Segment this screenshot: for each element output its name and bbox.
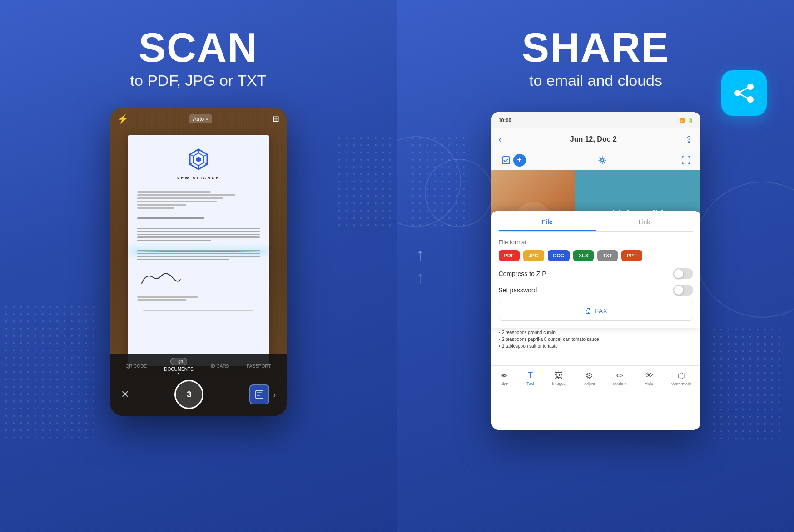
mode-selector: QR CODE High DOCUMENTS ID CARD PASSPORT bbox=[110, 354, 287, 376]
tablet-mockup: 10:00 📶 🔋 ‹ Jun 12, Doc 2 ⇪ + bbox=[491, 112, 700, 430]
camera-toolbar: ⚡ Auto ≡ ⊞ bbox=[110, 108, 287, 130]
status-icons: 📶 🔋 bbox=[680, 118, 693, 123]
svg-line-24 bbox=[738, 87, 750, 93]
sign-icon: ✒ bbox=[501, 371, 508, 381]
format-ppt[interactable]: PPT bbox=[621, 250, 642, 261]
fax-label: FAX bbox=[595, 307, 607, 315]
images-icon: 🖼 bbox=[555, 371, 563, 380]
back-button[interactable]: ‹ bbox=[499, 134, 502, 144]
share-icon-graphic bbox=[731, 80, 757, 106]
tool-watermark[interactable]: ⬡ Watermark bbox=[671, 371, 691, 386]
svg-rect-1 bbox=[5, 305, 95, 441]
text-icon: T bbox=[528, 371, 533, 380]
camera-controls: ✕ 3 › bbox=[110, 376, 287, 416]
password-toggle[interactable] bbox=[673, 285, 693, 296]
doc-body-text bbox=[128, 224, 269, 246]
format-jpg[interactable]: JPG bbox=[523, 250, 544, 261]
scanner-phone-mockup: ⚡ Auto ≡ ⊞ bbox=[110, 108, 287, 416]
mode-qr[interactable]: QR CODE bbox=[126, 364, 147, 369]
password-option: Set password bbox=[499, 285, 693, 296]
doc-logo-area: NEW ALIANCE bbox=[128, 135, 269, 187]
camera-bottom-controls: QR CODE High DOCUMENTS ID CARD PASSPORT bbox=[110, 354, 287, 416]
status-time: 10:00 bbox=[499, 118, 511, 123]
add-tool[interactable]: + bbox=[513, 154, 526, 167]
mode-documents[interactable]: High DOCUMENTS bbox=[164, 358, 193, 374]
tab-link[interactable]: Link bbox=[596, 218, 693, 231]
share-dialog: File Link File format PDF JPG bbox=[491, 211, 700, 328]
svg-rect-20 bbox=[712, 328, 785, 441]
compress-toggle[interactable] bbox=[673, 268, 693, 279]
doc-address bbox=[128, 187, 269, 214]
dialog-tabs: File Link bbox=[499, 218, 693, 232]
left-panel: SCAN to PDF, JPG or TXT ⚡ Auto ≡ ⊞ bbox=[0, 0, 397, 532]
ingredient-5: 2 teaspoons ground cumin bbox=[499, 330, 693, 335]
doc-title: Jun 12, Doc 2 bbox=[570, 135, 617, 143]
compress-option: Compress to ZIP bbox=[499, 268, 693, 279]
tablet-content-area: Chicken Tikka Masala Recipe File Link Fi… bbox=[491, 170, 700, 365]
doc-name bbox=[128, 292, 269, 306]
doc-body-text-2 bbox=[128, 246, 269, 265]
format-txt[interactable]: TXT bbox=[597, 250, 618, 261]
tablet-status-bar: 10:00 📶 🔋 bbox=[491, 112, 700, 128]
share-app-icon bbox=[721, 70, 767, 116]
tool-markup[interactable]: ✏ Markup bbox=[613, 371, 627, 386]
doc-footer bbox=[128, 306, 269, 315]
svg-rect-3 bbox=[337, 136, 392, 227]
tool-hide[interactable]: 👁 Hide bbox=[645, 371, 654, 386]
share-subtitle: to email and clouds bbox=[522, 72, 670, 89]
mode-id-card[interactable]: ID CARD bbox=[211, 364, 229, 369]
format-xls[interactable]: XLS bbox=[573, 250, 594, 261]
fullscreen-tool[interactable] bbox=[679, 153, 693, 167]
grid-icon[interactable]: ⊞ bbox=[273, 114, 279, 124]
company-name: NEW ALIANCE bbox=[176, 176, 220, 180]
shutter-button[interactable]: 3 bbox=[174, 380, 203, 409]
auto-mode-badge[interactable]: Auto ≡ bbox=[189, 114, 212, 123]
scan-title: SCAN bbox=[130, 27, 267, 68]
close-button[interactable]: ✕ bbox=[121, 389, 129, 400]
ingredient-6: 2 teaspoons paprika 8 ounce) can tomato … bbox=[499, 337, 693, 342]
compress-label: Compress to ZIP bbox=[499, 270, 546, 277]
svg-line-25 bbox=[738, 93, 750, 99]
ingredient-7: 1 tablespoon salt or to taste bbox=[499, 344, 693, 349]
fax-button[interactable]: 🖨 FAX bbox=[499, 301, 693, 321]
right-header: SHARE to email and clouds bbox=[522, 27, 670, 89]
shutter-count: 3 bbox=[187, 390, 191, 399]
next-button[interactable]: › bbox=[273, 389, 276, 400]
adjust-icon: ⚙ bbox=[586, 371, 593, 381]
share-title: SHARE bbox=[522, 27, 670, 68]
password-label: Set password bbox=[499, 286, 537, 294]
svg-rect-13 bbox=[256, 390, 263, 399]
tablet-nav-bar: ‹ Jun 12, Doc 2 ⇪ bbox=[491, 128, 700, 150]
quality-badge: High bbox=[170, 358, 187, 365]
markup-icon: ✏ bbox=[616, 371, 623, 381]
format-doc[interactable]: DOC bbox=[548, 250, 570, 261]
checkbox-tool[interactable] bbox=[499, 153, 513, 167]
tool-text[interactable]: T Text bbox=[526, 371, 534, 386]
scanned-document: NEW ALIANCE bbox=[128, 135, 269, 366]
svg-marker-6 bbox=[196, 157, 201, 162]
format-pdf[interactable]: PDF bbox=[499, 250, 520, 261]
company-logo bbox=[185, 146, 212, 173]
doc-greeting bbox=[128, 214, 269, 224]
doc-preview-thumbnail[interactable] bbox=[249, 384, 269, 404]
doc-signature bbox=[128, 265, 269, 292]
hide-icon: 👁 bbox=[645, 371, 653, 380]
watermark-icon: ⬡ bbox=[678, 371, 685, 381]
flash-icon[interactable]: ⚡ bbox=[117, 113, 129, 124]
right-panel: ↑ ↑ SHARE to email and clouds 10:00 📶 🔋 … bbox=[397, 0, 794, 532]
settings-tool[interactable] bbox=[595, 153, 610, 167]
tablet-bottom-toolbar: ✒ Sign T Text 🖼 Images ⚙ Adjust ✏ Markup… bbox=[491, 365, 700, 391]
share-button[interactable]: ⇪ bbox=[685, 134, 693, 145]
left-arrows: ↑ ↑ bbox=[416, 246, 425, 286]
file-format-label: File format bbox=[499, 239, 693, 246]
tablet-toolbar: + bbox=[491, 150, 700, 170]
mode-passport[interactable]: PASSPORT bbox=[247, 364, 271, 369]
tool-images[interactable]: 🖼 Images bbox=[552, 371, 566, 386]
tab-file[interactable]: File bbox=[499, 218, 596, 231]
scan-subtitle: to PDF, JPG or TXT bbox=[130, 72, 267, 89]
left-header: SCAN to PDF, JPG or TXT bbox=[130, 27, 267, 89]
tool-sign[interactable]: ✒ Sign bbox=[500, 371, 508, 386]
active-indicator bbox=[178, 373, 179, 374]
svg-rect-18 bbox=[411, 136, 466, 227]
tool-adjust[interactable]: ⚙ Adjust bbox=[584, 371, 595, 386]
